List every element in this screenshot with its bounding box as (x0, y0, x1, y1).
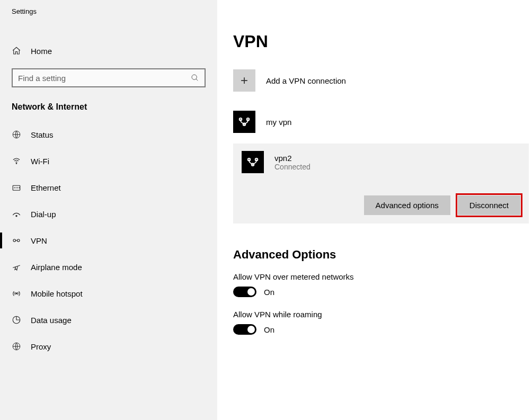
ethernet-icon (12, 183, 25, 192)
toggle-roaming[interactable] (233, 324, 256, 335)
section-heading: Network & Internet (0, 98, 217, 121)
toggle-metered[interactable] (233, 287, 256, 297)
svg-point-0 (192, 75, 197, 79)
hotspot-icon (12, 289, 25, 298)
toggle-label-metered: Allow VPN over metered networks (233, 272, 532, 281)
sidebar: Settings Home Network & Internet Status … (0, 0, 217, 420)
svg-point-4 (16, 216, 17, 217)
sidebar-item-label: Airplane mode (31, 263, 82, 272)
vpn-icon (12, 236, 25, 245)
vpn-connection-icon (242, 151, 264, 173)
airplane-icon (12, 262, 25, 272)
data-usage-icon (12, 315, 25, 325)
sidebar-item-datausage[interactable]: Data usage (0, 307, 217, 333)
home-nav[interactable]: Home (0, 39, 217, 63)
sidebar-item-label: Status (31, 130, 54, 139)
dialup-icon (12, 209, 25, 219)
vpn-connection-name: vpn2 (274, 154, 311, 163)
sidebar-item-label: Wi-Fi (31, 157, 49, 166)
sidebar-item-vpn[interactable]: VPN (0, 227, 217, 254)
sidebar-item-label: Data usage (31, 316, 72, 325)
sidebar-item-wifi[interactable]: Wi-Fi (0, 148, 217, 174)
vpn-connection-icon (233, 111, 255, 133)
svg-point-2 (16, 163, 17, 164)
svg-point-6 (17, 239, 20, 242)
proxy-icon (12, 342, 25, 351)
sidebar-item-airplane[interactable]: Airplane mode (0, 254, 217, 280)
add-vpn-label: Add a VPN connection (266, 76, 346, 85)
sidebar-item-label: Proxy (31, 342, 51, 351)
search-input[interactable] (18, 74, 191, 83)
toggle-metered-state: On (264, 288, 274, 297)
sidebar-item-status[interactable]: Status (0, 121, 217, 148)
globe-icon (12, 130, 25, 139)
vpn-connection-status: Connected (274, 163, 311, 171)
advanced-options-button[interactable]: Advanced options (364, 195, 450, 215)
wifi-icon (12, 156, 25, 166)
main-panel: VPN + Add a VPN connection my vpn vpn2 C… (217, 0, 532, 420)
sidebar-item-hotspot[interactable]: Mobile hotspot (0, 280, 217, 307)
svg-point-5 (13, 239, 16, 242)
home-label: Home (31, 47, 52, 56)
vpn-connection-item[interactable]: my vpn (233, 102, 532, 141)
search-box[interactable] (12, 68, 206, 87)
advanced-options-heading: Advanced Options (233, 248, 532, 262)
svg-point-7 (16, 293, 17, 294)
add-vpn-connection[interactable]: + Add a VPN connection (233, 66, 532, 102)
toggle-roaming-state: On (264, 325, 274, 334)
svg-point-13 (248, 158, 251, 161)
disconnect-button[interactable]: Disconnect (458, 195, 520, 215)
vpn-connection-name: my vpn (266, 118, 291, 127)
sidebar-item-proxy[interactable]: Proxy (0, 333, 217, 360)
vpn-connection-selected[interactable]: vpn2 Connected Advanced options Disconne… (233, 144, 529, 224)
window-title: Settings (0, 5, 217, 21)
home-icon (12, 46, 25, 56)
svg-point-14 (255, 158, 258, 161)
sidebar-item-label: Ethernet (31, 183, 61, 192)
plus-icon: + (233, 69, 255, 92)
sidebar-item-label: Mobile hotspot (31, 289, 83, 298)
sidebar-item-label: Dial-up (31, 210, 56, 219)
sidebar-item-ethernet[interactable]: Ethernet (0, 174, 217, 201)
page-title: VPN (233, 32, 532, 51)
toggle-label-roaming: Allow VPN while roaming (233, 310, 532, 319)
sidebar-item-dialup[interactable]: Dial-up (0, 201, 217, 227)
search-icon (191, 74, 199, 82)
sidebar-item-label: VPN (31, 236, 47, 245)
